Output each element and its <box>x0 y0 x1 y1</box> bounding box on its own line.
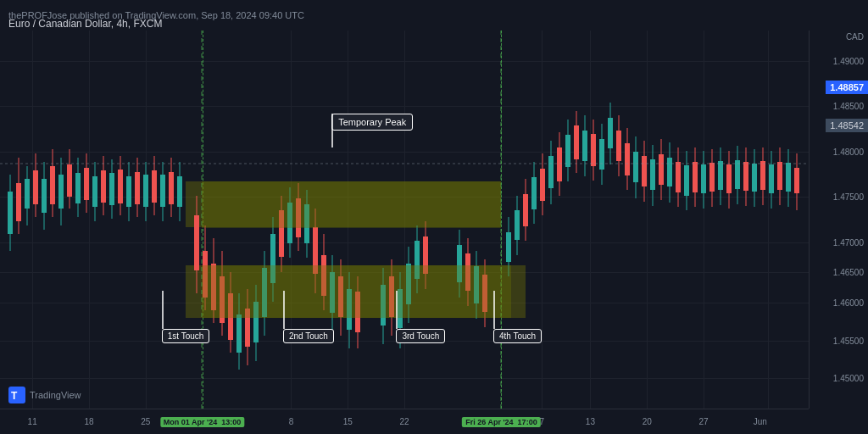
svg-rect-21 <box>92 176 97 207</box>
svg-rect-17 <box>75 173 81 203</box>
touch-3-line <box>396 291 398 329</box>
svg-rect-115 <box>557 147 562 181</box>
time-label-8: 8 <box>289 417 294 426</box>
svg-rect-167 <box>777 162 782 190</box>
svg-rect-103 <box>506 232 511 262</box>
svg-rect-53 <box>236 314 242 353</box>
svg-rect-113 <box>548 156 554 188</box>
svg-rect-175 <box>202 265 511 318</box>
svg-rect-141 <box>667 158 672 186</box>
svg-rect-135 <box>642 156 647 186</box>
touch-4-line <box>493 291 495 329</box>
chart-container: thePROFJose published on TradingView.com… <box>0 0 868 434</box>
svg-rect-7 <box>33 170 38 204</box>
time-label-7: 7 <box>539 417 544 426</box>
price-scale: CAD 1.49000 1.48500 1.48857 1.48000 1.48… <box>809 31 868 409</box>
currency-label: CAD <box>846 32 864 42</box>
svg-rect-151 <box>709 163 715 192</box>
svg-rect-171 <box>794 168 799 193</box>
svg-rect-139 <box>659 154 664 185</box>
svg-rect-163 <box>760 161 765 190</box>
svg-rect-157 <box>735 160 740 189</box>
time-label-22: 22 <box>399 417 409 426</box>
time-label-20: 20 <box>643 417 652 426</box>
time-label-11: 11 <box>28 417 37 426</box>
time-highlight-apr26: Fri 26 Apr '24 17:00 <box>462 417 540 427</box>
price-level-1: 1.48500 <box>833 102 864 111</box>
svg-rect-9 <box>42 179 47 213</box>
svg-rect-107 <box>523 194 528 226</box>
time-label-27: 27 <box>698 417 708 426</box>
svg-rect-39 <box>169 172 174 204</box>
price-level-2: 1.48000 <box>833 147 864 156</box>
price-level-5: 1.46500 <box>833 268 864 277</box>
touch-2-line <box>283 291 285 329</box>
touch-3-label: 3rd Touch <box>396 329 445 343</box>
svg-rect-105 <box>515 210 520 240</box>
price-highlight: 1.48857 <box>826 81 868 94</box>
time-axis: 11 18 25 Mon 01 Apr '24 13:00 8 15 22 Fr… <box>0 409 809 434</box>
svg-rect-109 <box>531 177 537 209</box>
svg-rect-3 <box>16 183 21 221</box>
svg-rect-145 <box>684 165 689 196</box>
price-level-6: 1.46000 <box>833 298 864 308</box>
svg-rect-13 <box>58 175 64 209</box>
tradingview-logo: T TradingView <box>8 387 81 403</box>
symbol-label: Euro / Canadian Dollar, 4h, FXCM <box>8 18 162 30</box>
candlestick-chart <box>0 31 809 409</box>
svg-rect-149 <box>701 164 706 193</box>
svg-rect-155 <box>726 164 732 193</box>
svg-rect-127 <box>608 118 613 148</box>
time-label-13: 13 <box>586 417 595 426</box>
tv-logo-icon: T <box>8 387 25 403</box>
svg-rect-165 <box>769 164 774 193</box>
svg-rect-121 <box>582 131 587 161</box>
price-level-0: 1.49000 <box>833 56 864 65</box>
svg-rect-159 <box>743 162 748 191</box>
time-label-15: 15 <box>343 417 353 426</box>
svg-rect-133 <box>633 152 638 182</box>
svg-rect-37 <box>160 175 165 207</box>
price-level-7: 1.45500 <box>833 336 864 345</box>
touch-4-label: 4th Touch <box>493 329 542 343</box>
svg-rect-131 <box>625 143 630 175</box>
touch-1-label: 1st Touch <box>162 329 210 343</box>
price-level-3: 1.47500 <box>833 192 864 202</box>
svg-rect-153 <box>718 161 723 190</box>
svg-rect-117 <box>565 135 570 167</box>
svg-rect-125 <box>599 139 604 170</box>
price-current: 1.48542 <box>826 119 868 132</box>
svg-rect-11 <box>50 166 55 204</box>
svg-rect-43 <box>194 215 199 270</box>
time-label-jun: Jun <box>754 417 767 426</box>
svg-rect-147 <box>693 162 698 192</box>
touch-1-line <box>162 291 164 329</box>
touch-2-label: 2nd Touch <box>283 329 334 343</box>
price-level-4: 1.47000 <box>833 237 864 247</box>
temporary-peak-label: Temporary Peak <box>331 114 413 131</box>
svg-rect-161 <box>752 164 757 192</box>
tv-logo-text: TradingView <box>30 390 81 400</box>
chart-area: Temporary Peak 1st Touch 2nd Touch 3rd T… <box>0 31 809 409</box>
svg-rect-1 <box>8 192 13 234</box>
svg-rect-111 <box>540 169 545 201</box>
svg-rect-23 <box>101 170 106 203</box>
svg-rect-25 <box>109 173 114 205</box>
svg-rect-41 <box>177 176 182 207</box>
svg-rect-19 <box>84 168 89 200</box>
price-level-8: 1.45000 <box>833 374 864 383</box>
temporary-peak-line <box>331 114 333 147</box>
svg-rect-35 <box>152 170 157 203</box>
svg-rect-174 <box>202 181 501 228</box>
svg-rect-123 <box>591 134 596 166</box>
svg-rect-143 <box>676 162 681 192</box>
svg-rect-33 <box>143 175 148 207</box>
svg-rect-169 <box>786 163 791 192</box>
time-highlight-apr1: Mon 01 Apr '24 13:00 <box>160 417 244 427</box>
svg-rect-27 <box>118 170 123 203</box>
svg-rect-15 <box>67 164 72 197</box>
svg-rect-129 <box>616 131 621 161</box>
svg-text:T: T <box>11 390 18 402</box>
time-label-18: 18 <box>84 417 93 426</box>
svg-rect-5 <box>25 179 30 209</box>
